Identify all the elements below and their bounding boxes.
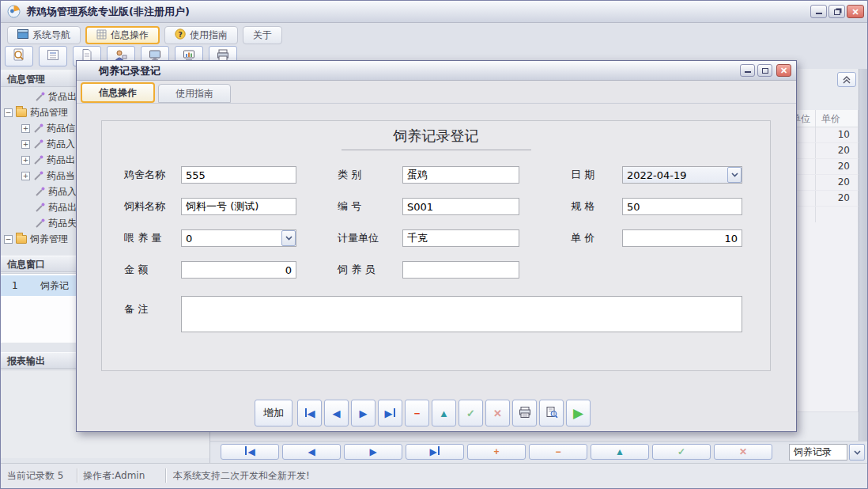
edit-record-button[interactable]: ▲ bbox=[591, 444, 649, 460]
category-input[interactable] bbox=[402, 166, 519, 184]
play-icon: ▶ bbox=[573, 405, 583, 422]
cancel-button[interactable]: ✕ bbox=[485, 400, 510, 426]
prev-record-icon: ◀ bbox=[333, 408, 341, 419]
dialog-close-button[interactable]: ✕ bbox=[776, 64, 791, 77]
last-record-icon: ▶ bbox=[429, 446, 440, 457]
execute-button[interactable]: ▶ bbox=[566, 400, 591, 426]
collapse-panel-button[interactable] bbox=[837, 72, 856, 87]
date-combo[interactable] bbox=[622, 166, 742, 184]
minimize-button[interactable] bbox=[810, 5, 827, 18]
print-preview-button[interactable] bbox=[539, 400, 564, 426]
app-icon bbox=[7, 5, 21, 18]
tab-user-guide[interactable]: ? 使用指南 bbox=[164, 26, 238, 44]
cross-icon: ✕ bbox=[493, 408, 502, 419]
column-header-price[interactable]: 单价 bbox=[821, 112, 840, 126]
dialog-minimize-button[interactable] bbox=[740, 64, 755, 77]
close-button[interactable]: ✕ bbox=[847, 5, 864, 18]
tab-system-nav[interactable]: 系统导航 bbox=[7, 26, 81, 44]
dialog-title: 饲养记录登记 bbox=[99, 61, 160, 81]
feeder-input[interactable] bbox=[402, 261, 519, 279]
nav-next-button[interactable]: ▶ bbox=[344, 444, 402, 460]
check-icon: ✓ bbox=[466, 408, 475, 419]
tab-info-operation[interactable]: 信息操作 bbox=[85, 26, 160, 44]
delete-record-button[interactable]: − bbox=[529, 444, 587, 460]
unit-label: 计量单位 bbox=[338, 229, 379, 247]
tree-expander-plus-icon[interactable]: + bbox=[21, 172, 30, 180]
table-select-combo[interactable]: 饲养记录 bbox=[789, 444, 865, 461]
spec-label: 规 格 bbox=[571, 198, 594, 215]
price-cell: 10 bbox=[838, 129, 850, 140]
feeder-label: 饲 养 员 bbox=[338, 261, 375, 279]
unit-price-input[interactable] bbox=[622, 229, 742, 247]
remark-textarea[interactable] bbox=[181, 296, 742, 332]
code-input[interactable] bbox=[402, 198, 519, 215]
status-record-count: 当前记录数 5 bbox=[7, 469, 63, 483]
coop-name-input[interactable] bbox=[181, 166, 296, 184]
nav-first-button[interactable]: ◀ bbox=[221, 444, 279, 460]
folder-icon bbox=[16, 108, 27, 117]
item-icon bbox=[35, 187, 45, 197]
confirm-button[interactable]: ✓ bbox=[459, 400, 483, 426]
delete-record-button[interactable]: − bbox=[405, 400, 429, 426]
tree-item-label: 药品入 bbox=[48, 185, 77, 199]
remark-label: 备 注 bbox=[124, 301, 148, 318]
unit-input[interactable] bbox=[402, 229, 519, 247]
preview-icon bbox=[545, 406, 558, 421]
restore-button[interactable] bbox=[828, 5, 845, 18]
feed-qty-combo[interactable] bbox=[181, 229, 296, 247]
dialog-maximize-button[interactable] bbox=[757, 64, 772, 77]
report-icon bbox=[46, 48, 60, 65]
price-cell: 20 bbox=[838, 161, 850, 172]
dialog-title-bar: 饲养记录登记 ✕ bbox=[77, 61, 796, 81]
minus-icon: − bbox=[555, 446, 560, 457]
last-record-icon: ▶ bbox=[385, 408, 396, 419]
print-button[interactable] bbox=[512, 400, 537, 426]
dialog-tab-user-guide[interactable]: 使用指南 bbox=[158, 84, 231, 103]
nav-last-button[interactable]: ▶ bbox=[406, 444, 464, 460]
tab-label: 使用指南 bbox=[175, 87, 213, 100]
tree-item-label: 饲养管理 bbox=[30, 233, 68, 246]
amount-input[interactable] bbox=[181, 261, 296, 279]
tab-label: 使用指南 bbox=[190, 28, 228, 42]
nav-next-button[interactable]: ▶ bbox=[351, 400, 376, 426]
item-icon bbox=[33, 171, 43, 181]
confirm-button[interactable]: ✓ bbox=[652, 444, 711, 460]
prev-record-icon: ◀ bbox=[308, 446, 315, 457]
tree-expander-minus-icon[interactable]: − bbox=[4, 108, 13, 117]
svg-text:?: ? bbox=[178, 31, 182, 39]
report-toolbar-button[interactable] bbox=[39, 46, 67, 66]
search-toolbar-button[interactable] bbox=[5, 46, 33, 66]
nav-prev-button[interactable]: ◀ bbox=[282, 444, 341, 460]
next-record-icon: ▶ bbox=[369, 446, 376, 457]
tree-expander-plus-icon[interactable]: + bbox=[21, 124, 30, 133]
tree-item-label: 药品信 bbox=[47, 122, 75, 135]
tree-expander-plus-icon[interactable]: + bbox=[21, 140, 30, 149]
folder-icon bbox=[16, 235, 27, 244]
coop-name-label: 鸡舍名称 bbox=[124, 166, 165, 184]
spec-input[interactable] bbox=[622, 198, 742, 215]
edit-record-button[interactable]: ▲ bbox=[432, 400, 456, 426]
plus-icon: + bbox=[493, 446, 499, 457]
dialog-tab-info-operation[interactable]: 信息操作 bbox=[81, 82, 155, 103]
add-button[interactable]: 增加 bbox=[255, 400, 292, 426]
feed-name-input[interactable] bbox=[181, 198, 296, 215]
feed-name-label: 饲料名称 bbox=[124, 198, 165, 215]
nav-last-button[interactable]: ▶ bbox=[378, 400, 402, 426]
grid-icon bbox=[96, 29, 107, 42]
nav-first-button[interactable]: ◀ bbox=[297, 400, 322, 426]
tree-expander-minus-icon[interactable]: − bbox=[4, 235, 13, 244]
status-message: 本系统支持二次开发和全新开发! bbox=[173, 469, 310, 483]
tab-about[interactable]: 关于 bbox=[243, 26, 282, 44]
feed-qty-dropdown-button[interactable] bbox=[281, 230, 296, 246]
price-cell: 20 bbox=[838, 176, 850, 188]
nav-prev-button[interactable]: ◀ bbox=[324, 400, 349, 426]
date-dropdown-button[interactable] bbox=[727, 167, 742, 183]
tree-expander-plus-icon[interactable]: + bbox=[21, 156, 30, 165]
add-record-button[interactable]: + bbox=[467, 444, 526, 460]
date-input[interactable] bbox=[623, 167, 727, 183]
cancel-button[interactable]: ✕ bbox=[714, 444, 772, 460]
record-nav-buttons: ◀◀▶▶+−▲✓✕ bbox=[221, 444, 772, 460]
feed-qty-input[interactable] bbox=[182, 230, 281, 246]
table-select-dropdown-button[interactable] bbox=[849, 444, 865, 461]
minus-icon: − bbox=[414, 408, 421, 419]
